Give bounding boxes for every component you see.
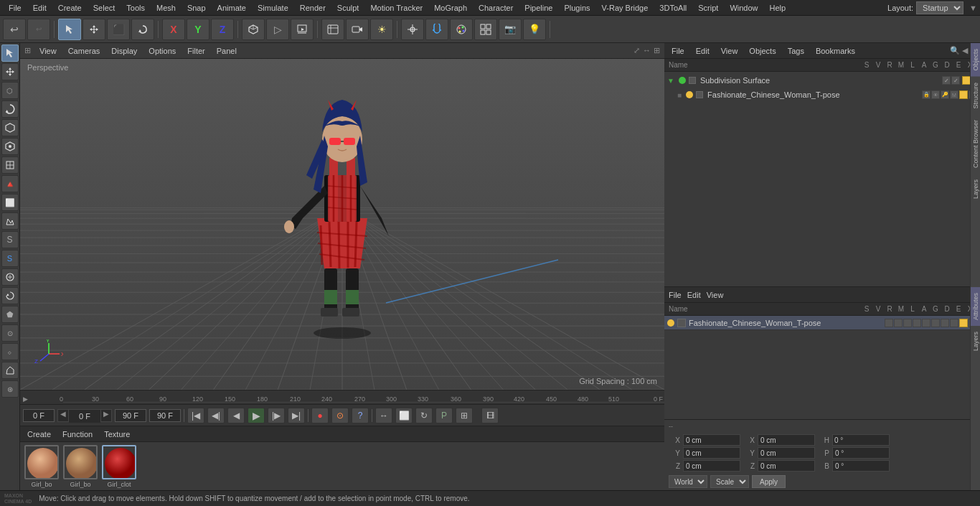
vp-menu-view[interactable]: View xyxy=(37,45,60,57)
obj-menu-view[interactable]: View xyxy=(718,45,741,57)
attr-menu-edit[interactable]: Edit xyxy=(687,291,701,299)
obj-check-1[interactable]: ✓ xyxy=(942,76,951,85)
x-axis-button[interactable]: X xyxy=(162,19,185,40)
left-tool-6[interactable] xyxy=(1,156,19,174)
viewport-expand-icon[interactable]: ⊞ xyxy=(24,46,31,55)
scheme-btn[interactable]: ⊞ xyxy=(456,408,473,423)
world-select[interactable]: World xyxy=(669,475,707,488)
left-tool-2[interactable]: ⬡ xyxy=(1,82,19,99)
left-tool-10[interactable]: S xyxy=(1,231,19,248)
panel-icon-search[interactable]: 🔍 xyxy=(950,46,960,55)
scale-button[interactable]: ⬛ xyxy=(107,19,130,40)
preview-end-input[interactable] xyxy=(149,409,181,422)
menu-snap[interactable]: Snap xyxy=(182,2,212,14)
key-tool-btn[interactable]: ⬜ xyxy=(395,408,413,423)
frame-next-btn[interactable]: ▶ xyxy=(100,410,111,421)
material-item-2[interactable]: Girl_clot xyxy=(102,445,136,488)
play-btn[interactable]: ▶ xyxy=(248,408,265,423)
menu-plugins[interactable]: Plugins xyxy=(558,2,595,14)
vp-icon-2[interactable]: ↔ xyxy=(643,46,651,55)
left-tool-1[interactable] xyxy=(1,63,19,80)
move-button[interactable] xyxy=(83,19,105,40)
go-start-btn[interactable]: |◀ xyxy=(187,408,204,423)
obj-menu-edit[interactable]: Edit xyxy=(693,45,712,57)
menu-script[interactable]: Script xyxy=(692,2,724,14)
left-tool-15[interactable]: ⊙ xyxy=(1,324,19,342)
menu-mesh[interactable]: Mesh xyxy=(151,2,182,14)
obj-menu-file[interactable]: File xyxy=(669,45,687,57)
obj-color-box-2[interactable] xyxy=(959,90,968,99)
menu-window[interactable]: Window xyxy=(724,2,763,14)
material-item-0[interactable]: Girl_bo xyxy=(24,445,59,488)
ai-8[interactable] xyxy=(950,319,958,327)
menu-tools[interactable]: Tools xyxy=(121,2,151,14)
layout-select[interactable]: Startup xyxy=(916,1,963,14)
redo-button[interactable]: ↩ xyxy=(27,19,50,40)
obj-menu-bookmarks[interactable]: Bookmarks xyxy=(813,45,858,57)
vtab-structure[interactable]: Structure xyxy=(971,77,981,115)
vp-menu-cameras[interactable]: Cameras xyxy=(65,45,103,57)
cy-val[interactable]: 0 cm xyxy=(683,447,740,459)
y-axis-button[interactable]: Y xyxy=(187,19,209,40)
vp-menu-filter[interactable]: Filter xyxy=(184,45,207,57)
obj-check-2[interactable]: ✓ xyxy=(951,76,960,85)
select-tool-button[interactable] xyxy=(58,19,81,40)
help-btn[interactable]: ? xyxy=(352,408,369,423)
mat-menu-create[interactable]: Create xyxy=(24,428,54,440)
menu-mograph[interactable]: MoGraph xyxy=(428,2,473,14)
apply-button[interactable]: Apply xyxy=(752,475,786,488)
vp-icon-1[interactable]: ⤢ xyxy=(633,46,640,55)
ai-color[interactable] xyxy=(959,319,968,327)
attr-menu-file[interactable]: File xyxy=(669,291,682,299)
undo-button[interactable]: ↩ xyxy=(3,19,26,40)
rotate-button[interactable] xyxy=(131,19,154,40)
menu-pipeline[interactable]: Pipeline xyxy=(519,2,558,14)
end-frame-input[interactable] xyxy=(115,409,146,422)
attr-menu-view[interactable]: View xyxy=(707,291,724,299)
menu-simulate[interactable]: Simulate xyxy=(252,2,294,14)
ai-4[interactable] xyxy=(913,319,921,327)
left-tool-18[interactable]: ⊛ xyxy=(1,380,19,398)
grid-btn[interactable] xyxy=(474,19,497,40)
vtab-layers-2[interactable]: Layers xyxy=(971,326,981,357)
menu-create[interactable]: Create xyxy=(52,2,88,14)
left-tool-5[interactable] xyxy=(1,138,19,155)
z-axis-button[interactable]: Z xyxy=(211,19,234,40)
snap-btn[interactable] xyxy=(401,19,424,40)
menu-file[interactable]: File xyxy=(3,2,27,14)
obj-menu-objects[interactable]: Objects xyxy=(746,45,778,57)
vtab-layers[interactable]: Layers xyxy=(971,174,981,205)
film-btn[interactable]: 🎞 xyxy=(481,408,499,423)
ai-3[interactable] xyxy=(903,319,912,327)
viewport-render-btn[interactable] xyxy=(321,19,344,40)
render-button[interactable] xyxy=(291,19,314,40)
cp-val[interactable]: 0 ° xyxy=(832,447,890,459)
left-tool-11[interactable]: S xyxy=(1,250,19,267)
left-tool-9[interactable] xyxy=(1,212,19,230)
play-back-btn[interactable]: ◀ xyxy=(227,408,245,423)
left-tool-8[interactable]: ⬜ xyxy=(1,194,19,211)
ai-5[interactable] xyxy=(922,319,930,327)
menu-edit[interactable]: Edit xyxy=(27,2,52,14)
light-add-btn[interactable]: 💡 xyxy=(523,19,546,40)
ai-1[interactable] xyxy=(885,319,893,327)
layout-arrow[interactable]: ▼ xyxy=(969,4,977,12)
menu-animate[interactable]: Animate xyxy=(212,2,252,14)
magnet-btn[interactable] xyxy=(425,19,448,40)
material-item-1[interactable]: Girl_bo xyxy=(63,445,98,488)
menu-sculpt[interactable]: Sculpt xyxy=(331,2,365,14)
loop-btn[interactable]: ↻ xyxy=(415,408,433,423)
vtab-attributes[interactable]: Attributes xyxy=(971,287,981,326)
cz-val[interactable]: 0 cm xyxy=(683,460,740,472)
object-mode-button[interactable] xyxy=(242,19,265,40)
panel-icon-back[interactable]: ◀ xyxy=(962,46,968,55)
cz2-val[interactable]: 0 cm xyxy=(758,460,815,472)
menu-motion-tracker[interactable]: Motion Tracker xyxy=(364,2,428,14)
cy2-val[interactable]: 0 cm xyxy=(758,447,815,459)
vp-icon-3[interactable]: ⊞ xyxy=(654,46,660,55)
menu-character[interactable]: Character xyxy=(473,2,519,14)
cx-val[interactable]: 0 cm xyxy=(683,434,740,446)
left-tool-14[interactable]: ⬟ xyxy=(1,306,19,323)
obj-icon-eye[interactable]: 👁 xyxy=(931,90,940,99)
vtab-content-browser[interactable]: Content Browser xyxy=(971,114,981,174)
